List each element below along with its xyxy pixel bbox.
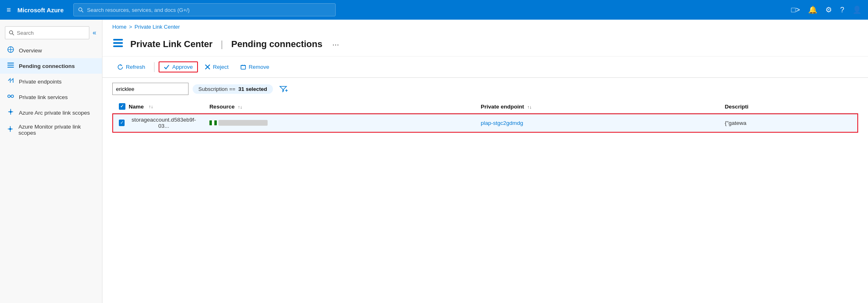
row-description: {"gatewa (718, 113, 858, 133)
hamburger-menu[interactable]: ≡ (7, 6, 11, 14)
global-search-bar[interactable]: Search resources, services, and docs (G+… (73, 3, 336, 16)
more-options-button[interactable]: ··· (332, 40, 339, 49)
sidebar-search-row: « (0, 23, 102, 43)
search-icon (78, 7, 84, 13)
add-filter-button[interactable] (277, 83, 289, 95)
gear-icon[interactable]: ⚙ (825, 5, 832, 14)
svg-rect-7 (7, 67, 14, 68)
svg-point-8 (8, 95, 10, 97)
breadcrumb-home[interactable]: Home (112, 24, 127, 30)
select-all-checkbox[interactable] (119, 103, 125, 110)
sidebar-item-private-endpoints[interactable]: Private endpoints (0, 74, 102, 89)
sidebar-item-endpoints-label: Private endpoints (19, 79, 61, 85)
svg-rect-24 (241, 66, 245, 69)
question-icon[interactable]: ? (840, 6, 844, 14)
global-search-placeholder: Search resources, services, and docs (G+… (87, 7, 189, 13)
select-all-header[interactable]: Name ↑↓ (112, 100, 203, 113)
subscription-filter-value: 31 selected (239, 86, 267, 92)
svg-rect-6 (7, 65, 14, 66)
private-link-services-icon (7, 93, 15, 102)
sidebar-item-azure-arc[interactable]: Azure Arc private link scopes (0, 105, 102, 120)
approve-label: Approve (172, 64, 193, 70)
row-name: storageaccount.d583eb9f-03... (131, 117, 196, 129)
svg-rect-21 (113, 45, 123, 47)
bell-icon[interactable]: 🔔 (808, 5, 817, 14)
sidebar-collapse-button[interactable]: « (91, 27, 98, 38)
row-checkbox-cell[interactable]: storageaccount.d583eb9f-03... (112, 113, 203, 133)
svg-point-12 (10, 111, 12, 113)
top-nav-icons: □> 🔔 ⚙ ? 👤 (791, 5, 861, 14)
private-endpoints-icon (7, 77, 15, 86)
app-title: Microsoft Azure (18, 7, 64, 14)
terminal-icon[interactable]: □> (791, 6, 800, 14)
svg-point-16 (9, 128, 11, 130)
remove-label: Remove (249, 64, 269, 70)
resource-column-header: Resource ↑↓ (203, 100, 474, 113)
private-endpoint-link[interactable]: plap-stgc2gdmdg (481, 120, 523, 126)
main-content: Home > Private Link Center Private Link … (102, 20, 868, 303)
description-column-header: Descripti (718, 100, 858, 113)
name-sort-icon[interactable]: ↑↓ (149, 104, 153, 109)
data-table: Name ↑↓ Resource ↑↓ Private endpoint ↑↓ (112, 100, 858, 133)
sidebar-item-azure-monitor[interactable]: Azure Monitor private link scopes (0, 120, 102, 139)
subscription-filter-label: Subscription == (198, 86, 235, 92)
approve-icon (164, 64, 170, 70)
sidebar-item-pending-connections[interactable]: Pending connections (0, 58, 102, 74)
svg-rect-20 (113, 42, 123, 44)
refresh-button[interactable]: Refresh (112, 61, 150, 72)
page-subtitle: Pending connections (231, 39, 322, 50)
row-checkbox[interactable] (119, 120, 125, 126)
sidebar-item-pending-label: Pending connections (19, 63, 75, 69)
remove-icon (240, 64, 246, 70)
sidebar-item-azure-arc-label: Azure Arc private link scopes (19, 110, 90, 116)
add-filter-icon (279, 84, 288, 93)
toolbar-separator-1 (154, 62, 155, 72)
main-layout: « Overview Pending connections Private e… (0, 20, 868, 303)
overview-icon (7, 46, 15, 55)
sidebar-item-azure-monitor-label: Azure Monitor private link scopes (18, 124, 95, 136)
sidebar-item-link-services-label: Private link services (19, 94, 68, 100)
breadcrumb-current[interactable]: Private Link Center (134, 24, 180, 30)
page-title: Private Link Center (130, 39, 213, 50)
row-resource (203, 113, 474, 133)
breadcrumb: Home > Private Link Center (102, 20, 868, 34)
svg-rect-5 (7, 63, 14, 63)
page-header-separator: | (221, 39, 223, 50)
sidebar-search-input[interactable] (5, 26, 89, 39)
breadcrumb-sep: > (129, 24, 132, 30)
person-icon[interactable]: 👤 (852, 5, 861, 14)
svg-point-9 (11, 95, 14, 97)
refresh-icon (117, 64, 123, 70)
subscription-filter-pill[interactable]: Subscription == 31 selected (193, 84, 273, 94)
azure-monitor-icon (7, 125, 14, 134)
pending-connections-icon (7, 61, 15, 70)
top-nav: ≡ Microsoft Azure Search resources, serv… (0, 0, 868, 20)
resource-sort-icon[interactable]: ↑↓ (238, 104, 242, 109)
sidebar-item-overview-label: Overview (19, 47, 42, 54)
approve-button[interactable]: Approve (159, 61, 198, 72)
private-endpoint-sort-icon[interactable]: ↑↓ (527, 104, 532, 109)
resource-bar (209, 120, 468, 126)
sidebar-item-private-link-services[interactable]: Private link services (0, 89, 102, 105)
sidebar: « Overview Pending connections Private e… (0, 20, 102, 303)
page-header-icon (112, 37, 124, 51)
toolbar: Refresh Approve Reject (102, 57, 868, 78)
reject-icon (205, 64, 211, 70)
row-private-endpoint: plap-stgc2gdmdg (474, 113, 718, 133)
table-row[interactable]: storageaccount.d583eb9f-03... plap-stgc2… (112, 113, 858, 133)
data-table-container: Name ↑↓ Resource ↑↓ Private endpoint ↑↓ (102, 100, 868, 133)
filter-row: Subscription == 31 selected (102, 78, 868, 100)
remove-button[interactable]: Remove (235, 61, 274, 72)
azure-arc-icon (7, 108, 15, 117)
resource-icon (209, 120, 217, 125)
svg-point-0 (79, 8, 82, 11)
private-endpoint-column-header: Private endpoint ↑↓ (474, 100, 718, 113)
svg-rect-19 (113, 39, 123, 41)
sidebar-item-overview[interactable]: Overview (0, 43, 102, 58)
refresh-label: Refresh (126, 64, 145, 70)
reject-label: Reject (213, 64, 229, 70)
svg-line-1 (82, 11, 83, 12)
reject-button[interactable]: Reject (200, 61, 234, 72)
filter-input[interactable] (112, 83, 189, 95)
name-column-header: Name (129, 104, 144, 110)
